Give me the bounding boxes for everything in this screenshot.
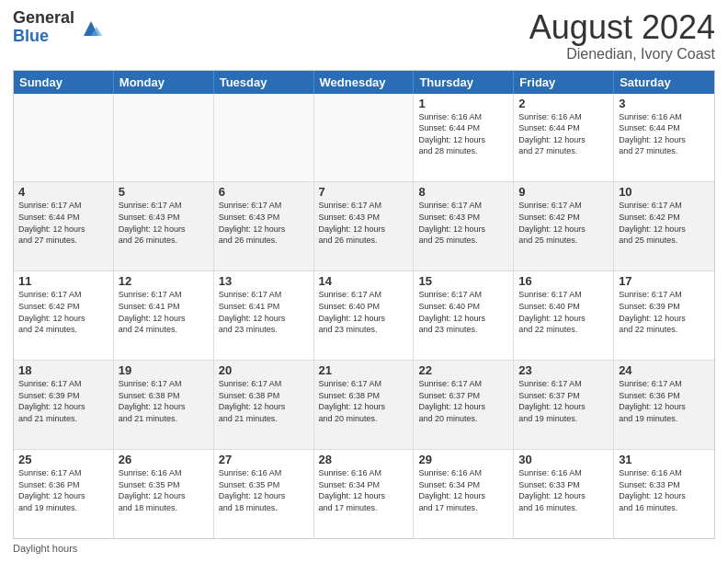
weeks: 1Sunrise: 6:16 AM Sunset: 6:44 PM Daylig… xyxy=(14,94,714,538)
day-info: Sunrise: 6:17 AM Sunset: 6:38 PM Dayligh… xyxy=(319,378,409,424)
subtitle: Dienedian, Ivory Coast xyxy=(529,46,715,63)
day-cell: 11Sunrise: 6:17 AM Sunset: 6:42 PM Dayli… xyxy=(14,271,114,360)
logo-icon xyxy=(76,14,106,43)
week-row-1: 4Sunrise: 6:17 AM Sunset: 6:44 PM Daylig… xyxy=(14,182,714,271)
day-info: Sunrise: 6:16 AM Sunset: 6:44 PM Dayligh… xyxy=(418,111,508,157)
day-info: Sunrise: 6:17 AM Sunset: 6:43 PM Dayligh… xyxy=(219,200,309,246)
title-block: August 2024 Dienedian, Ivory Coast xyxy=(529,9,715,63)
day-info: Sunrise: 6:17 AM Sunset: 6:36 PM Dayligh… xyxy=(619,378,710,424)
day-info: Sunrise: 6:16 AM Sunset: 6:44 PM Dayligh… xyxy=(518,111,609,157)
logo-text: General Blue xyxy=(13,9,74,46)
day-info: Sunrise: 6:17 AM Sunset: 6:38 PM Dayligh… xyxy=(119,378,209,424)
day-number: 29 xyxy=(418,453,508,466)
day-cell: 1Sunrise: 6:16 AM Sunset: 6:44 PM Daylig… xyxy=(414,94,514,182)
day-cell: 17Sunrise: 6:17 AM Sunset: 6:39 PM Dayli… xyxy=(614,271,714,360)
day-number: 27 xyxy=(219,453,309,466)
day-header-wednesday: Wednesday xyxy=(314,71,415,94)
week-row-4: 25Sunrise: 6:17 AM Sunset: 6:36 PM Dayli… xyxy=(14,450,714,538)
day-cell: 10Sunrise: 6:17 AM Sunset: 6:42 PM Dayli… xyxy=(614,182,714,270)
day-header-friday: Friday xyxy=(514,71,614,94)
day-cell: 28Sunrise: 6:16 AM Sunset: 6:34 PM Dayli… xyxy=(314,450,415,538)
day-header-thursday: Thursday xyxy=(414,71,514,94)
day-headers: SundayMondayTuesdayWednesdayThursdayFrid… xyxy=(14,71,714,94)
day-cell: 15Sunrise: 6:17 AM Sunset: 6:40 PM Dayli… xyxy=(414,271,514,360)
header: General Blue August 2024 Dienedian, Ivor… xyxy=(13,9,715,63)
day-info: Sunrise: 6:17 AM Sunset: 6:41 PM Dayligh… xyxy=(219,289,309,335)
day-number: 28 xyxy=(319,453,409,466)
day-number: 21 xyxy=(319,363,409,377)
day-number: 22 xyxy=(418,363,508,377)
day-cell: 6Sunrise: 6:17 AM Sunset: 6:43 PM Daylig… xyxy=(214,182,314,270)
day-cell: 3Sunrise: 6:16 AM Sunset: 6:44 PM Daylig… xyxy=(614,94,714,182)
day-number: 19 xyxy=(119,363,209,377)
day-number: 6 xyxy=(219,185,309,199)
day-cell: 27Sunrise: 6:16 AM Sunset: 6:35 PM Dayli… xyxy=(214,450,314,538)
day-cell: 31Sunrise: 6:16 AM Sunset: 6:33 PM Dayli… xyxy=(614,450,714,538)
day-info: Sunrise: 6:17 AM Sunset: 6:40 PM Dayligh… xyxy=(418,289,508,335)
day-number: 14 xyxy=(319,274,409,288)
day-cell: 26Sunrise: 6:16 AM Sunset: 6:35 PM Dayli… xyxy=(114,450,214,538)
day-number: 10 xyxy=(619,185,710,199)
day-number: 24 xyxy=(619,363,710,377)
day-header-monday: Monday xyxy=(114,71,214,94)
day-number: 20 xyxy=(219,363,309,377)
day-number: 4 xyxy=(18,185,108,199)
calendar: SundayMondayTuesdayWednesdayThursdayFrid… xyxy=(13,70,715,539)
daylight-label: Daylight hours xyxy=(13,543,77,554)
day-number: 3 xyxy=(619,97,710,110)
day-number: 13 xyxy=(219,274,309,288)
day-number: 30 xyxy=(518,453,609,466)
day-number: 16 xyxy=(518,274,609,288)
day-cell: 24Sunrise: 6:17 AM Sunset: 6:36 PM Dayli… xyxy=(614,361,714,449)
day-number: 31 xyxy=(619,453,710,466)
day-cell: 25Sunrise: 6:17 AM Sunset: 6:36 PM Dayli… xyxy=(14,450,114,538)
day-cell: 19Sunrise: 6:17 AM Sunset: 6:38 PM Dayli… xyxy=(114,361,214,449)
day-info: Sunrise: 6:17 AM Sunset: 6:41 PM Dayligh… xyxy=(119,289,209,335)
day-number: 15 xyxy=(418,274,508,288)
day-number: 2 xyxy=(518,97,609,110)
day-header-saturday: Saturday xyxy=(614,71,714,94)
day-cell: 22Sunrise: 6:17 AM Sunset: 6:37 PM Dayli… xyxy=(414,361,514,449)
day-number: 1 xyxy=(418,97,508,110)
day-cell: 14Sunrise: 6:17 AM Sunset: 6:40 PM Dayli… xyxy=(314,271,415,360)
main-container: General Blue August 2024 Dienedian, Ivor… xyxy=(0,0,728,563)
day-cell: 18Sunrise: 6:17 AM Sunset: 6:39 PM Dayli… xyxy=(14,361,114,449)
week-row-2: 11Sunrise: 6:17 AM Sunset: 6:42 PM Dayli… xyxy=(14,271,714,361)
day-info: Sunrise: 6:16 AM Sunset: 6:44 PM Dayligh… xyxy=(619,111,710,157)
day-cell: 21Sunrise: 6:17 AM Sunset: 6:38 PM Dayli… xyxy=(314,361,415,449)
main-title: August 2024 xyxy=(529,9,715,46)
day-cell xyxy=(214,94,314,182)
day-info: Sunrise: 6:17 AM Sunset: 6:38 PM Dayligh… xyxy=(219,378,309,424)
day-info: Sunrise: 6:17 AM Sunset: 6:43 PM Dayligh… xyxy=(319,200,409,246)
day-cell xyxy=(114,94,214,182)
day-info: Sunrise: 6:17 AM Sunset: 6:36 PM Dayligh… xyxy=(18,467,108,513)
day-cell: 20Sunrise: 6:17 AM Sunset: 6:38 PM Dayli… xyxy=(214,361,314,449)
day-number: 26 xyxy=(119,453,209,466)
day-info: Sunrise: 6:17 AM Sunset: 6:43 PM Dayligh… xyxy=(418,200,508,246)
day-info: Sunrise: 6:17 AM Sunset: 6:37 PM Dayligh… xyxy=(418,378,508,424)
day-cell: 5Sunrise: 6:17 AM Sunset: 6:43 PM Daylig… xyxy=(114,182,214,270)
day-info: Sunrise: 6:17 AM Sunset: 6:44 PM Dayligh… xyxy=(18,200,108,246)
week-row-0: 1Sunrise: 6:16 AM Sunset: 6:44 PM Daylig… xyxy=(14,94,714,183)
day-info: Sunrise: 6:16 AM Sunset: 6:35 PM Dayligh… xyxy=(119,467,209,513)
day-cell: 2Sunrise: 6:16 AM Sunset: 6:44 PM Daylig… xyxy=(514,94,614,182)
day-cell: 16Sunrise: 6:17 AM Sunset: 6:40 PM Dayli… xyxy=(514,271,614,360)
day-info: Sunrise: 6:17 AM Sunset: 6:42 PM Dayligh… xyxy=(518,200,609,246)
day-info: Sunrise: 6:16 AM Sunset: 6:35 PM Dayligh… xyxy=(219,467,309,513)
day-info: Sunrise: 6:17 AM Sunset: 6:42 PM Dayligh… xyxy=(18,289,108,335)
day-cell: 13Sunrise: 6:17 AM Sunset: 6:41 PM Dayli… xyxy=(214,271,314,360)
day-number: 12 xyxy=(119,274,209,288)
day-info: Sunrise: 6:17 AM Sunset: 6:39 PM Dayligh… xyxy=(18,378,108,424)
logo-blue: Blue xyxy=(13,28,74,46)
day-number: 23 xyxy=(518,363,609,377)
week-row-3: 18Sunrise: 6:17 AM Sunset: 6:39 PM Dayli… xyxy=(14,361,714,450)
day-header-tuesday: Tuesday xyxy=(214,71,314,94)
day-cell: 12Sunrise: 6:17 AM Sunset: 6:41 PM Dayli… xyxy=(114,271,214,360)
day-info: Sunrise: 6:16 AM Sunset: 6:34 PM Dayligh… xyxy=(319,467,409,513)
day-header-sunday: Sunday xyxy=(14,71,114,94)
day-cell: 7Sunrise: 6:17 AM Sunset: 6:43 PM Daylig… xyxy=(314,182,415,270)
day-info: Sunrise: 6:17 AM Sunset: 6:37 PM Dayligh… xyxy=(518,378,609,424)
day-info: Sunrise: 6:17 AM Sunset: 6:43 PM Dayligh… xyxy=(119,200,209,246)
day-cell: 9Sunrise: 6:17 AM Sunset: 6:42 PM Daylig… xyxy=(514,182,614,270)
day-info: Sunrise: 6:17 AM Sunset: 6:39 PM Dayligh… xyxy=(619,289,710,335)
